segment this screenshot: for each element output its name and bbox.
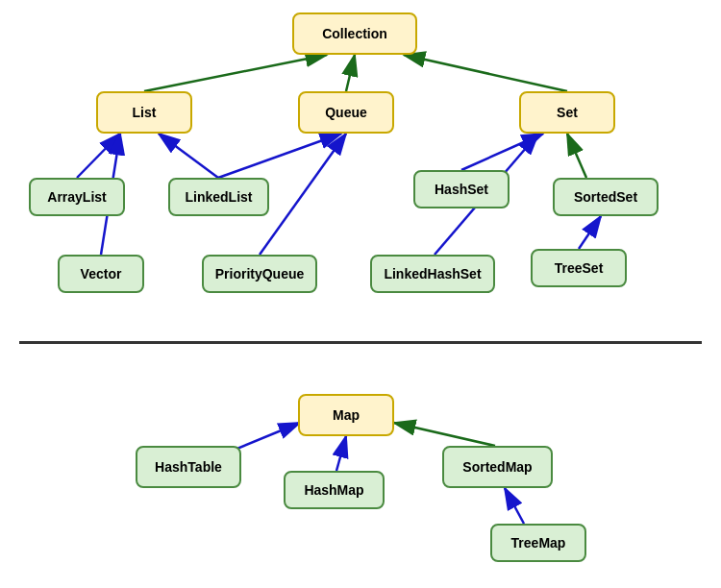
svg-line-5 xyxy=(404,55,567,91)
label-sortedset: SortedSet xyxy=(574,189,637,205)
node-treemap: TreeMap xyxy=(490,524,586,562)
label-list: List xyxy=(133,105,157,120)
svg-line-3 xyxy=(144,55,327,91)
node-linkedlist: LinkedList xyxy=(168,178,269,216)
svg-line-10 xyxy=(260,134,346,255)
label-arraylist: ArrayList xyxy=(47,189,106,205)
label-collection: Collection xyxy=(322,26,387,41)
node-treeset: TreeSet xyxy=(531,249,627,287)
label-hashmap: HashMap xyxy=(304,482,363,498)
svg-line-7 xyxy=(159,134,218,178)
label-linkedlist: LinkedList xyxy=(185,189,252,205)
node-sortedmap: SortedMap xyxy=(442,446,553,488)
diagram: Collection List Queue Set ArrayList Link… xyxy=(0,0,721,588)
node-vector: Vector xyxy=(58,255,144,293)
label-linkedhashset: LinkedHashSet xyxy=(384,266,481,282)
svg-line-12 xyxy=(567,134,586,178)
node-set: Set xyxy=(519,91,615,134)
node-arraylist: ArrayList xyxy=(29,178,125,216)
node-list: List xyxy=(96,91,192,134)
label-queue: Queue xyxy=(325,105,367,120)
node-hashtable: HashTable xyxy=(136,446,241,488)
svg-line-15 xyxy=(336,436,346,471)
svg-line-16 xyxy=(394,423,495,446)
node-priorityqueue: PriorityQueue xyxy=(202,255,317,293)
section-divider xyxy=(19,341,702,344)
label-vector: Vector xyxy=(81,266,122,282)
svg-line-18 xyxy=(505,488,524,524)
label-treemap: TreeMap xyxy=(511,535,566,551)
label-sortedmap: SortedMap xyxy=(462,459,532,475)
node-linkedhashset: LinkedHashSet xyxy=(370,255,495,293)
node-hashmap: HashMap xyxy=(284,471,385,509)
label-treeset: TreeSet xyxy=(555,260,604,276)
svg-line-6 xyxy=(77,134,120,178)
node-sortedset: SortedSet xyxy=(553,178,659,216)
node-hashset: HashSet xyxy=(413,170,510,208)
node-collection: Collection xyxy=(292,12,417,55)
svg-line-9 xyxy=(218,134,341,178)
svg-line-11 xyxy=(461,134,543,170)
svg-line-4 xyxy=(346,55,355,91)
label-priorityqueue: PriorityQueue xyxy=(215,266,305,282)
label-map: Map xyxy=(333,407,360,423)
label-set: Set xyxy=(557,105,578,120)
label-hashtable: HashTable xyxy=(155,459,222,475)
label-hashset: HashSet xyxy=(435,182,488,197)
svg-line-14 xyxy=(579,216,601,249)
node-map: Map xyxy=(298,394,394,436)
node-queue: Queue xyxy=(298,91,394,134)
